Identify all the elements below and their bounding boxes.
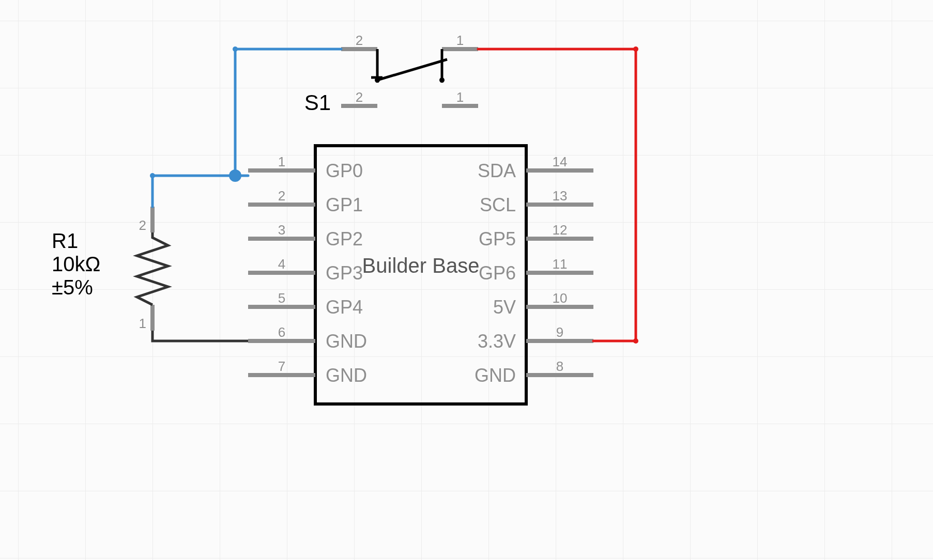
pin-num-6: 6: [278, 324, 285, 340]
pin-name-5v: 5V: [493, 297, 516, 318]
ic-right-pins: 14 SDA 13 SCL 12 GP5 11 GP6 10 5V 9 3.3V…: [475, 154, 593, 386]
wire-r1-to-gnd: [152, 331, 248, 341]
pin-num-13: 13: [553, 188, 568, 204]
pin-num-11: 11: [553, 256, 568, 272]
wire-junction-to-r1: [152, 176, 235, 207]
node-s1-2: [233, 46, 238, 52]
r-pin-2: 2: [139, 217, 146, 233]
pin-num-4: 4: [278, 256, 285, 272]
sw-pin-bl: 2: [356, 89, 363, 105]
r-pin-1: 1: [139, 316, 146, 331]
pin-num-5: 5: [278, 290, 285, 306]
pin-num-3: 3: [278, 222, 285, 238]
pin-name-3v3: 3.3V: [478, 331, 516, 352]
ic-left-pins: 1 GP0 2 GP1 3 GP2 4 GP3 5 GP4 6 GND 7: [248, 154, 367, 386]
pin-name-gp4: GP4: [326, 297, 363, 318]
node-3v3: [633, 338, 638, 344]
pin-num-2: 2: [278, 188, 285, 204]
pin-name-gp6: GP6: [479, 262, 516, 284]
ic-name: Builder Base: [362, 254, 480, 277]
resistor-tol: ±5%: [52, 276, 93, 299]
pin-num-9: 9: [556, 324, 563, 340]
pin-num-8: 8: [556, 359, 563, 374]
pin-num-10: 10: [553, 290, 568, 306]
pin-name-sda: SDA: [478, 160, 516, 181]
pin-name-gp0: GP0: [326, 160, 363, 181]
sw-pin-br: 1: [456, 89, 464, 105]
pin-name-gp2: GP2: [326, 228, 363, 250]
svg-line-22: [377, 59, 447, 80]
node-s1-1: [633, 46, 638, 52]
pin-name-gp3: GP3: [326, 262, 363, 284]
pin-num-7: 7: [278, 359, 285, 374]
pin-num-14: 14: [553, 154, 568, 169]
resistor-r1: 2 1 R1 10kΩ ±5%: [52, 207, 168, 331]
pin-name-gp5: GP5: [479, 228, 516, 250]
pin-name-gnd-l2: GND: [326, 365, 367, 386]
sw-pin-tr: 1: [456, 33, 464, 48]
pin-num-12: 12: [553, 222, 568, 238]
pin-name-gnd-r: GND: [475, 365, 516, 386]
switch-s1: 2 1 2 1 S1: [304, 33, 478, 115]
ic-builder-base: Builder Base 1 GP0 2 GP1 3 GP2 4 GP3 5 G…: [248, 146, 593, 404]
switch-ref: S1: [304, 90, 331, 115]
resistor-ref: R1: [52, 229, 78, 252]
resistor-value: 10kΩ: [52, 253, 100, 275]
svg-point-21: [439, 77, 445, 83]
node-gp0-junction: [229, 169, 241, 182]
node-r1-top: [150, 173, 155, 178]
pin-num-1: 1: [278, 154, 285, 169]
sw-pin-tl: 2: [356, 33, 363, 48]
pin-name-scl: SCL: [480, 194, 516, 215]
pin-name-gnd-l1: GND: [326, 331, 367, 352]
pin-name-gp1: GP1: [326, 194, 363, 215]
